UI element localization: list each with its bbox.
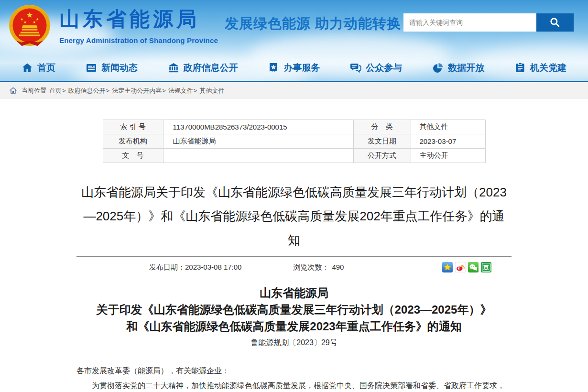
nav-item-home[interactable]: 首页	[22, 62, 55, 74]
info-value-issuing-agency: 山东省能源局	[163, 134, 353, 149]
breadcrumb-item-other-docs[interactable]: 其他文件	[199, 87, 224, 95]
view-count: 浏览次数：490	[293, 263, 344, 272]
svg-text:★: ★	[23, 20, 27, 24]
breadcrumb-item-statutory[interactable]: 法定主动公开内容	[112, 87, 162, 95]
home-icon	[22, 62, 33, 74]
publish-date: 发布日期：2023-03-08 17:00	[149, 263, 241, 272]
nav-label: 机关党建	[530, 62, 566, 74]
document-title-line: 山东省能源局	[76, 284, 512, 301]
article-meta-row: 发布日期：2023-03-08 17:00 浏览次数：490 豆	[76, 257, 512, 278]
breadcrumb-prefix: 当前位置	[22, 87, 46, 95]
breadcrumb-item-home[interactable]: 首页	[49, 87, 62, 95]
search-button[interactable]	[536, 13, 574, 32]
weibo-share-icon[interactable]	[455, 262, 466, 272]
page-title: 山东省能源局关于印发《山东省能源绿色低碳高质量发展三年行动计划（2023—202…	[80, 180, 508, 252]
nav-item-news[interactable]: 新闻动态	[86, 62, 138, 74]
info-label-doc-number: 文 号	[103, 149, 163, 163]
nav-item-party-building[interactable]: 机关党建	[514, 62, 566, 74]
site-title-block: 山东省能源局 Energy Administration of Shandong…	[59, 6, 218, 44]
nav-item-open-data[interactable]: 数据开放	[432, 62, 484, 74]
site-title: 山东省能源局	[59, 6, 218, 33]
breadcrumb-item-regulations[interactable]: 法规文件	[168, 87, 193, 95]
document-number: 鲁能源规划〔2023〕29号	[76, 338, 512, 348]
article-content: 索 引 号 11370000MB28526373/2023-00015 分 类 …	[76, 120, 512, 392]
document-body: 各市发展改革委（能源局），有关能源企业： 为贯彻落实党的二十大精神，加快推动能源…	[76, 363, 512, 392]
breadcrumb-separator: >	[162, 87, 166, 94]
wechat-share-icon[interactable]	[468, 262, 479, 272]
document-title-line: 和《山东省能源绿色低碳高质量发展2023年重点工作任务》的通知	[76, 318, 512, 335]
salutation: 各市发展改革委（能源局），有关能源企业：	[76, 363, 512, 378]
table-row: 索 引 号 11370000MB28526373/2023-00015 分 类 …	[103, 120, 485, 134]
search-box	[403, 13, 574, 32]
view-count-value: 490	[332, 263, 344, 271]
info-value-issue-date: 2023-03-07	[411, 134, 485, 149]
main-navigation: 首页 新闻动态 政府信息公开 办事服务 公众参与	[0, 55, 588, 82]
info-value-doc-number	[163, 149, 353, 163]
search-icon	[549, 16, 561, 29]
info-label-category: 分 类	[353, 120, 411, 134]
star-badge-icon	[268, 62, 279, 74]
info-label-issuing-agency: 发布机构	[103, 134, 163, 149]
svg-text:★: ★	[33, 20, 36, 24]
pie-chart-icon	[432, 62, 444, 74]
nav-label: 公众参与	[366, 62, 402, 74]
body-paragraph: 为贯彻落实党的二十大精神，加快推动能源绿色低碳高质量发展，根据党中央、国务院决策…	[76, 378, 512, 392]
nav-label: 新闻动态	[101, 62, 138, 74]
site-header: ★ ★ ★ ★ ★ 山东省能源局 Energy Administration o…	[0, 0, 588, 82]
nav-item-participation[interactable]: 公众参与	[350, 62, 402, 74]
breadcrumb-separator: >	[194, 87, 197, 94]
info-label-disclosure-method: 公开方式	[353, 149, 411, 163]
breadcrumb-item-gov-info[interactable]: 政府信息公开	[68, 87, 106, 95]
table-row: 发布机构 山东省能源局 发文日期 2023-03-07	[103, 134, 485, 149]
breadcrumb-home-icon	[10, 87, 17, 94]
news-icon	[86, 62, 97, 74]
svg-text:★: ★	[26, 11, 33, 19]
share-bar: 豆	[442, 262, 491, 272]
breadcrumb-separator: >	[106, 87, 110, 94]
info-label-issue-date: 发文日期	[353, 134, 411, 149]
table-row: 文 号 公开方式 主动公开	[103, 149, 485, 163]
info-value-category: 其他文件	[411, 120, 485, 134]
info-value-disclosure-method: 主动公开	[411, 149, 485, 163]
nav-label: 办事服务	[283, 62, 320, 74]
national-emblem-logo: ★ ★ ★ ★ ★	[7, 4, 53, 50]
publish-date-label: 发布日期：	[149, 263, 185, 271]
breadcrumb: 当前位置 首页 > 政府信息公开 > 法定主动公开内容 > 法规文件 > 其他文…	[0, 82, 588, 99]
site-subtitle: Energy Administration of Shandong Provin…	[59, 36, 218, 44]
nav-label: 政府信息公开	[184, 62, 238, 74]
info-value-index-number: 11370000MB28526373/2023-00015	[163, 120, 353, 134]
publish-date-value: 2023-03-08 17:00	[185, 263, 241, 271]
clipboard-icon	[514, 62, 526, 74]
view-count-label: 浏览次数：	[293, 263, 329, 271]
document-info-table: 索 引 号 11370000MB28526373/2023-00015 分 类 …	[103, 120, 486, 163]
document-title: 山东省能源局 关于印发《山东省能源绿色低碳高质量发展三年行动计划（2023—20…	[76, 284, 512, 335]
douban-share-icon[interactable]: 豆	[481, 262, 491, 272]
breadcrumb-separator: >	[62, 87, 66, 94]
document-title-line: 关于印发《山东省能源绿色低碳高质量发展三年行动计划（2023—2025年）》	[76, 301, 512, 318]
search-input[interactable]	[403, 13, 536, 32]
info-label-index-number: 索 引 号	[103, 120, 163, 134]
gov-building-icon	[168, 62, 179, 74]
svg-text:豆: 豆	[483, 264, 489, 271]
nav-item-services[interactable]: 办事服务	[268, 62, 320, 74]
nav-item-gov-info[interactable]: 政府信息公开	[168, 62, 238, 74]
svg-text:★: ★	[36, 17, 39, 22]
nav-label: 首页	[37, 62, 55, 74]
chat-bubbles-icon	[350, 62, 361, 74]
nav-label: 数据开放	[448, 62, 484, 74]
qzone-share-icon[interactable]	[442, 262, 453, 272]
site-slogan: 发展绿色能源 助力动能转换	[225, 14, 401, 33]
